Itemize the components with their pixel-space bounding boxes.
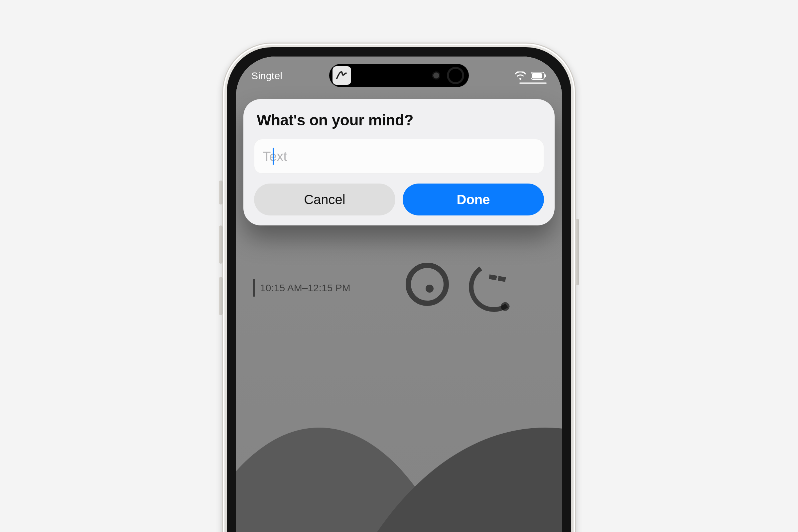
volume-up-button [219, 225, 223, 264]
svg-rect-1 [532, 73, 542, 78]
device-bezel: Singtel [227, 47, 571, 532]
side-power-button [575, 219, 579, 285]
iphone-device-frame: Singtel [222, 42, 576, 532]
calendar-event-time: 10:15 AM–12:15 PM [253, 279, 386, 297]
event-time-label: 10:15 AM–12:15 PM [260, 282, 350, 293]
island-app-chip [332, 66, 351, 85]
svg-rect-2 [545, 75, 546, 77]
text-input-dialog: What's on your mind? Cancel Done [243, 99, 555, 225]
scribble-icon [336, 69, 348, 82]
cancel-button[interactable]: Cancel [254, 184, 395, 215]
dialog-text-input[interactable] [254, 139, 544, 174]
device-screen: Singtel [236, 57, 562, 532]
front-camera [447, 67, 464, 84]
ring-silent-switch [219, 180, 223, 205]
battery-icon [531, 72, 547, 80]
volume-down-button [219, 277, 223, 315]
wifi-icon [515, 72, 526, 80]
done-button[interactable]: Done [403, 184, 544, 215]
text-cursor [273, 148, 274, 165]
weather-dashes-icon [489, 274, 506, 282]
dialog-button-row: Cancel Done [254, 184, 544, 215]
carrier-label: Singtel [251, 70, 282, 81]
sensor-dot [432, 72, 440, 79]
activity-ring-widget [406, 263, 449, 306]
status-underline [519, 82, 547, 84]
dialog-title: What's on your mind? [254, 111, 544, 129]
dynamic-island [329, 64, 469, 87]
